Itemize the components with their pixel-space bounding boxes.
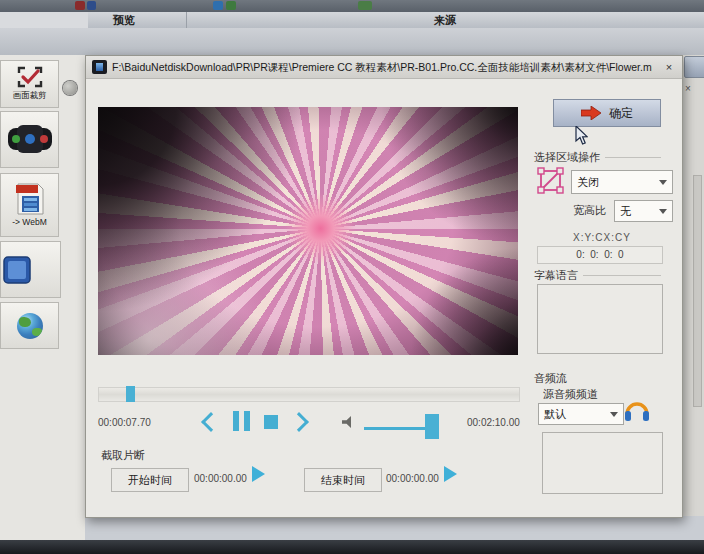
dialog-title: F:\BaiduNetdiskDownload\PR\PR课程\Premiere… xyxy=(112,61,652,75)
end-time-value: 00:00:00.00 xyxy=(386,473,439,484)
toolbar-icon xyxy=(87,1,96,10)
media-lens-icon xyxy=(7,124,53,154)
region-mode-value: 关闭 xyxy=(577,175,599,190)
audio-stream-list[interactable] xyxy=(542,432,663,494)
toolbar-icon xyxy=(358,1,372,10)
ok-button[interactable]: 确定 xyxy=(553,99,661,127)
dialog-close-button[interactable]: × xyxy=(662,60,676,74)
start-time-value: 00:00:00.00 xyxy=(194,473,247,484)
source-column-header: 来源 xyxy=(434,13,456,28)
aspect-ratio-value: 无 xyxy=(620,204,631,219)
video-settings-dialog: F:\BaiduNetdiskDownload\PR\PR课程\Premiere… xyxy=(85,55,683,518)
end-time-button[interactable]: 结束时间 xyxy=(304,468,382,492)
top-toolbar xyxy=(0,0,704,12)
subtitle-language-list[interactable] xyxy=(537,284,663,354)
region-crop-icon[interactable] xyxy=(537,167,564,194)
sidebar-item-web[interactable] xyxy=(0,302,59,349)
toolbar-icon xyxy=(226,1,236,10)
volume-slider[interactable] xyxy=(364,427,432,430)
seek-handle[interactable] xyxy=(126,386,135,402)
background-dialog-edge: × xyxy=(681,55,704,516)
crop-check-icon xyxy=(17,66,43,88)
speaker-icon xyxy=(342,416,357,428)
column-headers: 预览 来源 xyxy=(88,12,704,29)
toolbar-icon xyxy=(213,1,223,10)
column-divider xyxy=(186,12,187,28)
background-close-icon[interactable]: × xyxy=(685,83,691,94)
region-group-title: 选择区域操作 xyxy=(534,150,600,165)
list-header-row: i 2 File(s) 视频 xyxy=(0,28,704,56)
ok-button-label: 确定 xyxy=(609,105,633,122)
coords-label: X:Y:CX:CY xyxy=(573,232,631,243)
end-play-icon[interactable] xyxy=(444,466,457,482)
sidebar-item-device[interactable] xyxy=(0,241,61,298)
subtitle-group-title: 字幕语言 xyxy=(534,268,578,283)
sidebar-item-label: -> WebM xyxy=(12,217,47,227)
aspect-ratio-label: 宽高比 xyxy=(573,203,606,218)
chevron-down-icon xyxy=(659,209,667,214)
audio-stream-label: 音频流 xyxy=(534,371,567,386)
background-button[interactable] xyxy=(684,56,704,78)
current-time: 00:00:07.70 xyxy=(98,417,151,428)
preview-column-header: 预览 xyxy=(113,13,135,28)
audio-channel-dropdown[interactable]: 默认 xyxy=(538,403,624,425)
clip-section-title: 截取片断 xyxy=(101,448,145,463)
video-file-icon xyxy=(92,60,107,74)
options-sidebar: 画面裁剪 -> WebM xyxy=(0,55,85,540)
sidebar-header xyxy=(0,12,88,29)
sidebar-item-webm[interactable]: -> WebM xyxy=(0,173,59,237)
chevron-down-icon xyxy=(610,412,618,417)
stop-button[interactable] xyxy=(264,415,278,429)
volume-handle[interactable] xyxy=(425,414,439,439)
coords-value-box: 0: 0: 0: 0 xyxy=(537,246,663,264)
video-preview xyxy=(98,107,518,355)
mascot-icon xyxy=(63,81,77,95)
sidebar-item-media[interactable] xyxy=(0,111,59,168)
screen-bezel xyxy=(0,540,704,554)
chevron-down-icon xyxy=(659,180,667,185)
dialog-titlebar: F:\BaiduNetdiskDownload\PR\PR课程\Premiere… xyxy=(86,56,682,79)
mouse-cursor xyxy=(575,126,588,145)
subtitle-group-header: 字幕语言 xyxy=(534,268,661,283)
previous-button[interactable] xyxy=(201,412,221,432)
toolbar-icon xyxy=(75,1,85,10)
pause-button[interactable] xyxy=(233,411,250,431)
ok-arrow-icon xyxy=(581,106,601,120)
region-group-header: 选择区域操作 xyxy=(534,150,661,165)
start-play-icon[interactable] xyxy=(252,466,265,482)
webm-file-icon xyxy=(16,183,44,215)
audio-channel-value: 默认 xyxy=(544,407,566,422)
region-mode-dropdown[interactable]: 关闭 xyxy=(571,170,673,194)
headphones-icon xyxy=(624,398,650,422)
sidebar-item-label: 画面裁剪 xyxy=(13,90,47,102)
sidebar-item-crop[interactable]: 画面裁剪 xyxy=(0,60,59,108)
total-time: 00:02:10.00 xyxy=(467,417,520,428)
background-scrollbar[interactable] xyxy=(693,175,702,407)
seek-bar[interactable] xyxy=(98,387,520,402)
next-button[interactable] xyxy=(289,412,309,432)
globe-icon xyxy=(17,313,43,339)
start-time-button[interactable]: 开始时间 xyxy=(111,468,189,492)
audio-channel-label: 源音频频道 xyxy=(543,387,598,402)
device-icon xyxy=(3,256,31,284)
aspect-ratio-dropdown[interactable]: 无 xyxy=(614,200,673,222)
